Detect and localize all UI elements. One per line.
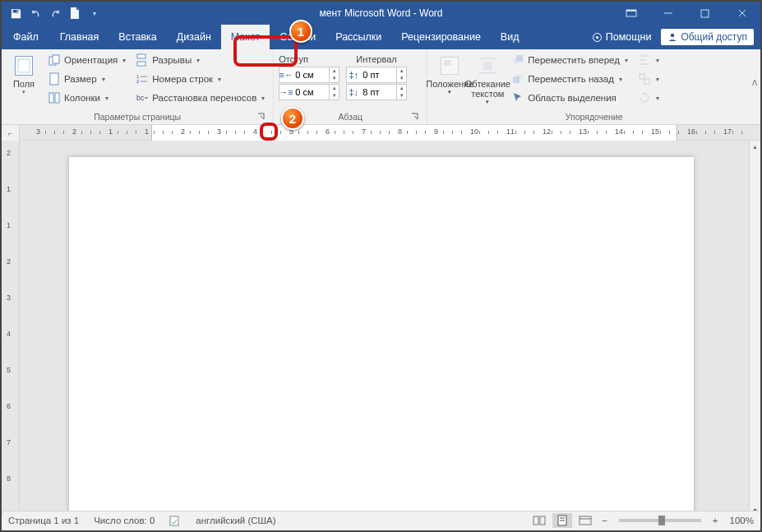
indent-left-spinner[interactable]: ≡←▲▼ (279, 67, 339, 83)
orientation-button[interactable]: Ориентация▾ (44, 51, 129, 69)
selection-pane-button[interactable]: Область выделения (508, 89, 631, 107)
tab-file[interactable]: Файл (2, 25, 50, 49)
tab-design[interactable]: Дизайн (167, 25, 221, 49)
status-proofing-icon[interactable] (169, 515, 181, 526)
tab-insert[interactable]: Вставка (109, 25, 166, 49)
paragraph-launcher[interactable] (410, 112, 420, 122)
svg-rect-37 (533, 516, 538, 525)
margins-button[interactable]: Поля ▾ (7, 51, 41, 110)
orientation-label: Ориентация (64, 55, 118, 65)
indent-right-icon: →≡ (279, 87, 293, 97)
tab-mailings[interactable]: Рассылки (326, 25, 391, 49)
svg-point-6 (671, 34, 674, 37)
line-numbers-button[interactable]: 12Номера строк▾ (132, 70, 268, 88)
indent-left-input[interactable] (293, 70, 329, 80)
wrap-label: Обтекание текстом (465, 79, 510, 99)
vertical-ruler[interactable]: 21123456789 (2, 141, 20, 516)
view-read-icon[interactable] (529, 513, 549, 528)
wrap-text-button: Обтекание текстом▾ (470, 51, 505, 110)
scroll-up-icon[interactable]: ▲ (750, 141, 760, 152)
maximize-button[interactable] (686, 2, 723, 25)
breaks-button[interactable]: Разрывы▾ (132, 51, 268, 69)
hyphenation-label: Расстановка переносов (152, 93, 256, 103)
page-setup-launcher[interactable] (256, 112, 266, 122)
group-button: ▾ (635, 70, 663, 88)
ruler-corner[interactable]: ⌐ (2, 125, 20, 141)
close-button[interactable] (723, 2, 760, 25)
zoom-in-button[interactable]: + (709, 516, 722, 525)
spacing-header: Интервал (356, 53, 422, 66)
svg-rect-28 (516, 55, 523, 62)
svg-rect-12 (49, 93, 53, 103)
spacing-before-input[interactable] (360, 70, 396, 80)
window-title: мент Microsoft Word - Word (320, 7, 443, 19)
view-web-icon[interactable] (575, 513, 595, 528)
tab-layout[interactable]: Макет (221, 25, 270, 49)
tab-home[interactable]: Главная (50, 25, 109, 49)
new-doc-icon[interactable] (67, 6, 82, 21)
svg-text:bc: bc (136, 94, 145, 102)
svg-rect-1 (626, 10, 636, 12)
line-numbers-label: Номера строк (152, 74, 213, 84)
columns-button[interactable]: Колонки▾ (44, 89, 129, 107)
vertical-scrollbar[interactable]: ▲ ▼ (749, 141, 760, 516)
window-controls (612, 2, 760, 25)
svg-rect-42 (580, 516, 591, 525)
selection-pane-label: Область выделения (528, 93, 617, 103)
status-words[interactable]: Число слов: 0 (94, 516, 155, 525)
columns-label: Колонки (64, 93, 100, 103)
ribbon-tabs: Файл Главная Вставка Дизайн Макет Ссылки… (2, 25, 760, 49)
svg-rect-24 (483, 62, 492, 71)
page[interactable] (69, 157, 694, 516)
tell-me-label: Помощни (606, 31, 652, 43)
send-backward-button: Переместить назад▾ (508, 70, 631, 88)
svg-point-5 (596, 36, 598, 39)
tab-view[interactable]: Вид (491, 25, 529, 49)
redo-icon[interactable] (48, 6, 62, 21)
spacing-after-icon: ‡↓ (347, 87, 360, 97)
workspace: 21123456789 ▲ ▼ (2, 141, 760, 516)
hyphenation-button[interactable]: bcРасстановка переносов▾ (132, 89, 268, 107)
zoom-slider[interactable] (619, 519, 701, 522)
save-icon[interactable] (8, 6, 23, 21)
document-canvas[interactable] (20, 141, 760, 516)
group-page-setup: Поля ▾ Ориентация▾ Размер▾ Колонки▾ Разр… (2, 49, 274, 124)
ribbon-options-icon[interactable] (612, 2, 649, 25)
qat-dropdown-icon[interactable]: ▾ (87, 6, 102, 21)
arrange-group-label: Упорядочение (432, 110, 755, 124)
indent-left-icon: ≡← (279, 70, 293, 80)
indent-right-input[interactable] (293, 87, 329, 97)
margins-label: Поля (13, 79, 35, 89)
position-button: Положение▾ (432, 51, 467, 110)
status-page[interactable]: Страница 1 из 1 (8, 516, 79, 525)
view-print-icon[interactable] (552, 513, 572, 528)
spacing-after-spinner[interactable]: ‡↓▲▼ (346, 84, 407, 100)
spacing-before-icon: ‡↑ (347, 70, 360, 80)
zoom-level[interactable]: 100% (730, 516, 754, 525)
annotation-number-1: 1 (289, 20, 312, 43)
collapse-ribbon-icon[interactable]: ᐱ (752, 79, 757, 87)
svg-rect-35 (644, 79, 649, 84)
page-setup-group-label: Параметры страницы (7, 110, 268, 124)
indent-right-spinner[interactable]: →≡▲▼ (279, 84, 339, 100)
tab-review[interactable]: Рецензирование (391, 25, 491, 49)
status-bar: Страница 1 из 1 Число слов: 0 английский… (3, 511, 759, 529)
share-button[interactable]: Общий доступ (661, 29, 754, 45)
size-button[interactable]: Размер▾ (44, 70, 129, 88)
bring-forward-button: Переместить вперед▾ (508, 51, 631, 69)
svg-rect-10 (53, 55, 59, 63)
share-label: Общий доступ (681, 31, 747, 43)
status-language[interactable]: английский (США) (196, 516, 275, 525)
breaks-label: Разрывы (152, 55, 192, 65)
align-button: ▾ (635, 51, 663, 69)
spacing-before-spinner[interactable]: ‡↑▲▼ (346, 67, 407, 83)
annotation-number-2: 2 (281, 107, 304, 130)
horizontal-ruler[interactable]: ⌐ 3211234567891011121314151617 (2, 125, 760, 141)
rotate-button: ▾ (635, 89, 663, 107)
zoom-out-button[interactable]: − (598, 516, 611, 525)
spacing-after-input[interactable] (360, 87, 396, 97)
undo-icon[interactable] (28, 6, 43, 21)
quick-access-toolbar: ▾ (2, 6, 109, 21)
tell-me[interactable]: Помощни (582, 31, 662, 43)
minimize-button[interactable] (649, 2, 686, 25)
